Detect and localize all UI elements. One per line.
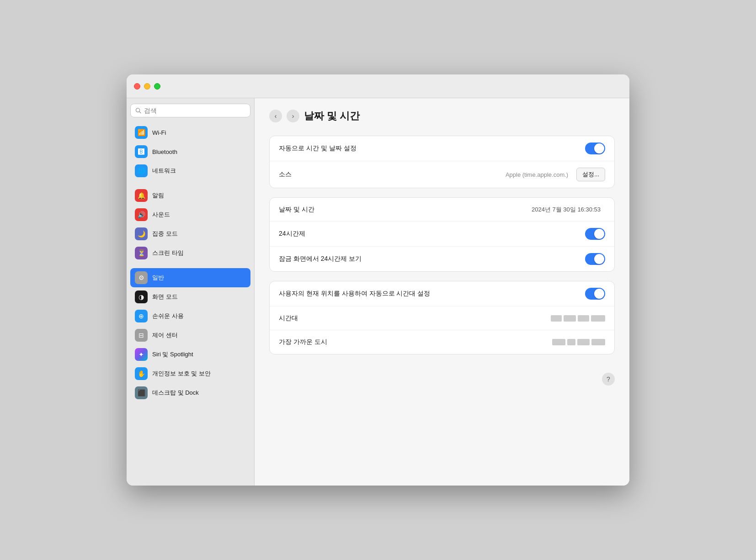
general-icon: ⚙ — [135, 271, 148, 284]
sidebar-item-general[interactable]: ⚙일반 — [130, 268, 250, 287]
search-bar[interactable] — [130, 104, 250, 117]
settings-btn-source[interactable]: 설정... — [576, 168, 605, 181]
timezone-value-timezone-display — [551, 315, 605, 322]
row-value-source: Apple (time.apple.com.) — [506, 171, 568, 178]
tz-block — [564, 315, 576, 322]
svg-line-1 — [139, 111, 141, 113]
panel-header: ‹ › 날짜 및 시간 — [269, 109, 615, 123]
wifi-icon: 📶 — [135, 126, 148, 139]
row-label-datetime-display: 날짜 및 시간 — [279, 206, 314, 214]
tz-block — [591, 339, 605, 345]
panel-title: 날짜 및 시간 — [304, 109, 360, 123]
tz-block — [578, 315, 589, 322]
sidebar-item-desktop[interactable]: ⬛데스크탑 및 Dock — [130, 383, 250, 402]
toggle-auto-set[interactable] — [585, 143, 605, 154]
screentime-icon: ⏳ — [135, 247, 148, 259]
timezone-value-nearest-city — [552, 339, 605, 345]
row-label-lockscreen-24hour: 잠금 화면에서 24시간제 보기 — [279, 255, 362, 263]
settings-group-timezone: 사용자의 현재 위치를 사용하여 자동으로 시간대 설정시간대가장 가까운 도시 — [269, 281, 615, 354]
settings-row-nearest-city: 가장 가까운 도시 — [270, 330, 614, 354]
search-icon — [135, 107, 141, 114]
sidebar: 📶Wi-Fi🅱Bluetooth🌐네트워크🔔알림🔊사운드🌙집중 모드⏳스크린 타… — [127, 98, 255, 486]
control-icon: ⊟ — [135, 329, 148, 342]
sidebar-item-label-notifications: 알림 — [152, 191, 164, 200]
minimize-button[interactable] — [144, 83, 150, 90]
sidebar-item-screentime[interactable]: ⏳스크린 타임 — [130, 243, 250, 263]
sidebar-item-displaymode[interactable]: ◑화면 모드 — [130, 287, 250, 306]
sidebar-item-privacy[interactable]: ✋개인정보 보호 및 보안 — [130, 364, 250, 383]
tz-block — [552, 339, 565, 345]
sidebar-item-wifi[interactable]: 📶Wi-Fi — [130, 123, 250, 142]
sidebar-item-label-network: 네트워크 — [152, 167, 176, 175]
settings-row-auto-timezone: 사용자의 현재 위치를 사용하여 자동으로 시간대 설정 — [270, 281, 614, 306]
back-button[interactable]: ‹ — [269, 110, 282, 122]
displaymode-icon: ◑ — [135, 291, 148, 303]
help-button[interactable]: ? — [602, 373, 615, 386]
row-label-24hour: 24시간제 — [279, 230, 305, 238]
settings-group-date-time: 날짜 및 시간2024년 7월 30일 16:30:5324시간제잠금 화면에서… — [269, 197, 615, 272]
sidebar-item-label-general: 일반 — [152, 274, 164, 282]
sidebar-item-label-screentime: 스크린 타임 — [152, 249, 184, 257]
sidebar-item-label-bluetooth: Bluetooth — [152, 148, 177, 155]
tz-block — [577, 339, 590, 345]
row-label-source: 소스 — [279, 170, 292, 179]
sidebar-item-siri[interactable]: ✦Siri 및 Spotlight — [130, 345, 250, 364]
sidebar-item-notifications[interactable]: 🔔알림 — [130, 186, 250, 205]
privacy-icon: ✋ — [135, 367, 148, 380]
sidebar-item-label-accessibility: 손쉬운 사용 — [152, 312, 184, 320]
sidebar-item-bluetooth[interactable]: 🅱Bluetooth — [130, 142, 250, 161]
sidebar-item-label-siri: Siri 및 Spotlight — [152, 350, 193, 359]
settings-groups: 자동으로 시간 및 날짜 설정소스Apple (time.apple.com.)… — [269, 136, 615, 354]
tz-block — [591, 315, 605, 322]
desktop-icon: ⬛ — [135, 386, 148, 399]
sidebar-item-control[interactable]: ⊟제어 센터 — [130, 326, 250, 345]
toggle-24hour[interactable] — [585, 228, 605, 240]
search-input[interactable] — [144, 107, 245, 114]
sidebar-item-label-control: 제어 센터 — [152, 331, 178, 339]
sidebar-item-sound[interactable]: 🔊사운드 — [130, 205, 250, 224]
settings-group-auto-time: 자동으로 시간 및 날짜 설정소스Apple (time.apple.com.)… — [269, 136, 615, 188]
settings-row-datetime-display: 날짜 및 시간2024년 7월 30일 16:30:53 — [270, 198, 614, 222]
network-icon: 🌐 — [135, 164, 148, 177]
close-button[interactable] — [134, 83, 140, 90]
titlebar — [127, 74, 629, 98]
settings-row-source: 소스Apple (time.apple.com.)설정... — [270, 161, 614, 188]
sound-icon: 🔊 — [135, 208, 148, 221]
accessibility-icon: ⊕ — [135, 310, 148, 322]
sidebar-item-label-desktop: 데스크탑 및 Dock — [152, 389, 199, 397]
bluetooth-icon: 🅱 — [135, 145, 148, 158]
separator — [130, 180, 250, 186]
sidebar-item-accessibility[interactable]: ⊕손쉬운 사용 — [130, 306, 250, 326]
main-panel: ‹ › 날짜 및 시간 자동으로 시간 및 날짜 설정소스Apple (time… — [255, 98, 629, 486]
main-window: 📶Wi-Fi🅱Bluetooth🌐네트워크🔔알림🔊사운드🌙집중 모드⏳스크린 타… — [127, 74, 629, 486]
sidebar-item-label-wifi: Wi-Fi — [152, 129, 166, 136]
settings-row-auto-set: 자동으로 시간 및 날짜 설정 — [270, 136, 614, 161]
forward-button[interactable]: › — [287, 110, 299, 122]
settings-row-24hour: 24시간제 — [270, 222, 614, 247]
row-label-timezone-display: 시간대 — [279, 314, 298, 322]
maximize-button[interactable] — [154, 83, 160, 90]
sidebar-item-label-displaymode: 화면 모드 — [152, 293, 178, 301]
notifications-icon: 🔔 — [135, 189, 148, 202]
settings-row-timezone-display: 시간대 — [270, 306, 614, 330]
row-label-auto-set: 자동으로 시간 및 날짜 설정 — [279, 144, 357, 153]
row-value-datetime-display: 2024년 7월 30일 16:30:53 — [532, 206, 601, 214]
tz-block — [567, 339, 575, 345]
sidebar-items: 📶Wi-Fi🅱Bluetooth🌐네트워크🔔알림🔊사운드🌙집중 모드⏳스크린 타… — [130, 123, 250, 402]
toggle-auto-timezone[interactable] — [585, 288, 605, 300]
focus-icon: 🌙 — [135, 227, 148, 240]
siri-icon: ✦ — [135, 348, 148, 361]
sidebar-item-label-privacy: 개인정보 보호 및 보안 — [152, 370, 211, 378]
settings-row-lockscreen-24hour: 잠금 화면에서 24시간제 보기 — [270, 247, 614, 271]
toggle-lockscreen-24hour[interactable] — [585, 253, 605, 265]
sidebar-item-network[interactable]: 🌐네트워크 — [130, 161, 250, 180]
content-area: 📶Wi-Fi🅱Bluetooth🌐네트워크🔔알림🔊사운드🌙집중 모드⏳스크린 타… — [127, 98, 629, 486]
row-label-nearest-city: 가장 가까운 도시 — [279, 338, 327, 346]
tz-block — [551, 315, 562, 322]
sidebar-item-label-focus: 집중 모드 — [152, 230, 178, 238]
sidebar-item-label-sound: 사운드 — [152, 211, 170, 219]
separator — [130, 263, 250, 268]
sidebar-item-focus[interactable]: 🌙집중 모드 — [130, 224, 250, 243]
row-label-auto-timezone: 사용자의 현재 위치를 사용하여 자동으로 시간대 설정 — [279, 290, 430, 298]
